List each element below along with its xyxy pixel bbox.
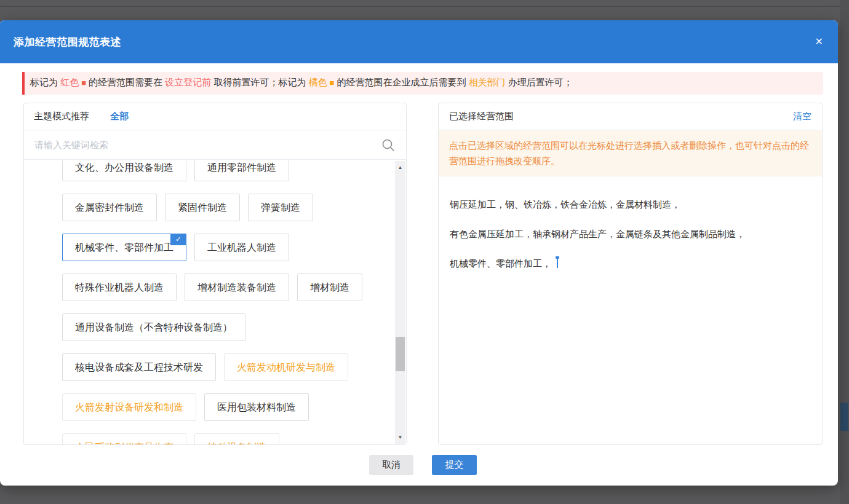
scope-tag[interactable]: 火箭发射设备研发和制造: [62, 393, 196, 421]
red-color-label: 红色: [60, 77, 79, 87]
scope-tag[interactable]: 核电设备成套及工程技术研发: [62, 353, 216, 381]
scope-tag[interactable]: 紧固件制造: [165, 194, 240, 221]
background-edge-line: [0, 6, 849, 7]
alert-text: 的经营范围需要在: [89, 77, 162, 87]
related-department-term: 相关部门: [469, 77, 506, 87]
selected-scope-header: 已选择经营范围 清空: [439, 103, 822, 130]
clear-all-link[interactable]: 清空: [793, 111, 811, 122]
tab-theme-recommend[interactable]: 主题模式推荐: [34, 111, 89, 122]
drag-hint-text: 点击已选择区域的经营范围可以在光标处进行选择插入或者删除操作，也可针对点击的经营…: [439, 130, 822, 176]
tab-all[interactable]: 全部: [110, 111, 129, 122]
scope-tag-list: 文化、办公用设备制造 通用零部件制造 金属密封件制造 紧固件制造 弹簧制造 机械…: [24, 160, 406, 444]
dialog-title: 添加经营范围规范表述: [14, 35, 121, 49]
scope-tag[interactable]: 弹簧制造: [248, 194, 313, 221]
scope-tag[interactable]: 文化、办公用设备制造: [62, 160, 186, 181]
catalog-tabs: 主题模式推荐 全部: [24, 103, 406, 130]
selected-scope-panel: 已选择经营范围 清空 点击已选择区域的经营范围可以在光标处进行选择插入或者删除操…: [438, 103, 823, 445]
submit-button[interactable]: 提交: [432, 455, 477, 475]
alert-text: 取得前置许可；标记为: [213, 77, 306, 87]
alert-text: 标记为: [30, 77, 58, 87]
dialog-header: 添加经营范围规范表述 ✕: [0, 20, 838, 63]
text-cursor: [557, 258, 558, 268]
scope-tag[interactable]: 医用包装材料制造: [204, 393, 309, 421]
scope-tag[interactable]: 通用零部件制造: [194, 160, 289, 181]
scope-catalog-panel: 主题模式推荐 全部 文化、办公用设备制造 通用零部件制造 金属密封件制造: [23, 103, 407, 445]
page-scrollbar-thumb[interactable]: [840, 403, 848, 431]
pre-registration-term: 设立登记前: [165, 77, 211, 87]
selected-scope-title: 已选择经营范围: [449, 111, 514, 122]
cancel-button[interactable]: 取消: [369, 455, 413, 475]
selected-scope-line[interactable]: 机械零件、零部件加工，: [450, 257, 811, 270]
list-scrollbar[interactable]: ▲ ▼: [395, 161, 405, 444]
alert-text: 的经营范围在企业成立后需要到: [337, 77, 466, 87]
scope-tag[interactable]: 特种设备制造: [194, 433, 279, 444]
keyword-search-input[interactable]: [24, 130, 406, 159]
close-icon[interactable]: ✕: [815, 37, 823, 47]
dimmed-page-overlay: 添加经营范围规范表述 ✕ 标记为 红色■的经营范围需要在 设立登记前 取得前置许…: [0, 0, 849, 504]
selected-scope-line[interactable]: 钢压延加工，钢、铁冶炼，铁合金冶炼，金属材料制造，: [450, 198, 811, 211]
list-scrollbar-thumb[interactable]: [396, 337, 405, 371]
selected-scope-line[interactable]: 有色金属压延加工，轴承钢材产品生产，金属链条及其他金属制品制造，: [450, 227, 811, 240]
scope-tag-rows: 文化、办公用设备制造 通用零部件制造 金属密封件制造 紧固件制造 弹簧制造 机械…: [62, 160, 362, 444]
red-square-icon: ■: [81, 78, 86, 87]
page-scrollbar[interactable]: [840, 0, 849, 504]
scope-tag[interactable]: 通用设备制造（不含特种设备制造）: [62, 313, 245, 341]
scroll-up-icon[interactable]: ▲: [395, 162, 405, 173]
scope-tag[interactable]: 增材制造: [297, 274, 362, 301]
keyword-search-row: [24, 130, 406, 160]
license-legend-alert: 标记为 红色■的经营范围需要在 设立登记前 取得前置许可；标记为 橘色■的经营范…: [22, 72, 823, 95]
scope-tag[interactable]: 人民币鉴别仪产品生产: [62, 433, 186, 444]
scope-tag-selected[interactable]: 机械零件、零部件加工✓: [62, 234, 186, 261]
scroll-down-icon[interactable]: ▼: [395, 432, 405, 443]
check-icon: ✓: [170, 234, 186, 245]
scope-tag[interactable]: 火箭发动机研发与制造: [224, 353, 348, 381]
selected-scope-editor[interactable]: 钢压延加工，钢、铁冶炼，铁合金冶炼，金属材料制造， 有色金属压延加工，轴承钢材产…: [439, 176, 822, 270]
add-business-scope-dialog: 添加经营范围规范表述 ✕ 标记为 红色■的经营范围需要在 设立登记前 取得前置许…: [0, 20, 838, 486]
alert-text: 办理后置许可；: [508, 77, 573, 87]
scope-tag[interactable]: 工业机器人制造: [194, 234, 289, 261]
scope-tag[interactable]: 金属密封件制造: [62, 194, 157, 221]
orange-square-icon: ■: [330, 78, 335, 87]
orange-color-label: 橘色: [309, 77, 327, 87]
scope-tag[interactable]: 增材制造装备制造: [185, 274, 289, 301]
scope-tag[interactable]: 特殊作业机器人制造: [62, 274, 177, 301]
search-icon[interactable]: [381, 138, 395, 152]
